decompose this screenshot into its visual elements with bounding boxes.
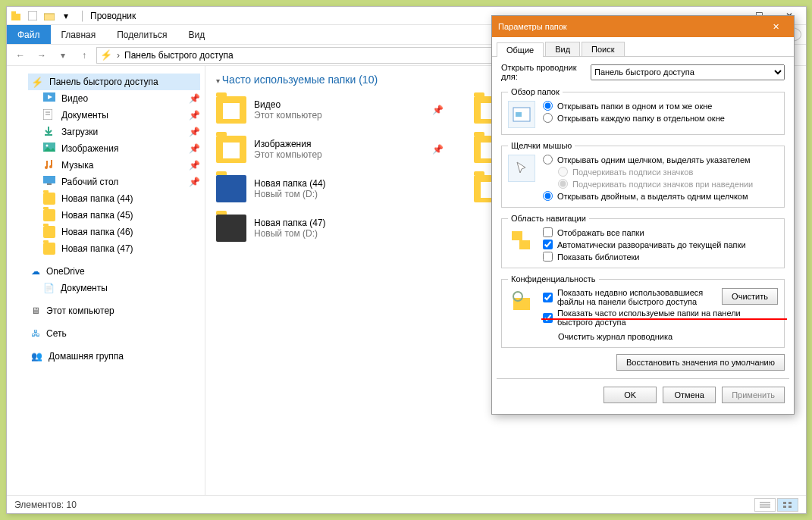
item-count: Элементов: 10: [14, 500, 77, 510]
tab-view[interactable]: Вид: [177, 25, 215, 44]
desktop-icon: [43, 176, 55, 188]
dialog-titlebar[interactable]: Параметры папок ✕: [492, 16, 794, 37]
restore-defaults-button[interactable]: Восстановить значения по умолчанию: [616, 354, 785, 371]
pc-icon: 🖥: [31, 305, 40, 316]
ok-button[interactable]: OK: [604, 387, 657, 403]
svg-rect-21: [783, 506, 786, 508]
sidebar-item-documents[interactable]: Документы📌: [28, 107, 200, 124]
svg-rect-19: [783, 502, 786, 504]
sidebar-homegroup[interactable]: 👥Домашняя группа: [28, 348, 200, 365]
pin-icon: 📌: [432, 105, 444, 115]
svg-rect-22: [788, 506, 792, 508]
folder-icon: [43, 209, 55, 221]
sidebar-onedrive[interactable]: ☁OneDrive: [28, 263, 200, 280]
svg-rect-14: [43, 176, 55, 183]
apply-button[interactable]: Применить: [722, 387, 785, 403]
browse-same-window-radio[interactable]: Открывать папки в одном и том же окне: [543, 101, 778, 111]
folder-icon: [43, 193, 55, 205]
recent-locations-icon[interactable]: ▾: [54, 47, 72, 64]
show-libraries-checkbox[interactable]: Показать библиотеки: [543, 252, 778, 262]
folder-entry[interactable]: Новая папка (44)Новый том (D:): [216, 172, 444, 205]
svg-rect-26: [519, 240, 530, 249]
pin-icon: 📌: [189, 93, 200, 104]
folder-entry[interactable]: ИзображенияЭтот компьютер📌: [216, 133, 444, 166]
cancel-button[interactable]: Отмена: [663, 387, 716, 403]
annotation-underline: [541, 318, 787, 320]
folder-icon: [43, 226, 55, 238]
sidebar-item-videos[interactable]: Видео📌: [28, 90, 200, 107]
svg-rect-1: [11, 11, 16, 14]
sidebar-item-downloads[interactable]: Загрузки📌: [28, 124, 200, 140]
qat-properties-icon[interactable]: [25, 8, 40, 23]
qat-newfolder-icon[interactable]: [42, 8, 57, 23]
breadcrumb-item[interactable]: Панель быстрого доступа: [124, 50, 234, 61]
sidebar-item-music[interactable]: Музыка📌: [28, 157, 200, 174]
up-button[interactable]: ↑: [75, 47, 93, 64]
dialog-tabs: Общие Вид Поиск: [492, 37, 794, 57]
view-details-button[interactable]: [754, 498, 776, 512]
show-recent-files-checkbox[interactable]: Показать недавно использовавшиеся файлы …: [543, 288, 717, 306]
sidebar-item-pictures[interactable]: Изображения📌: [28, 140, 200, 157]
pin-icon: 📌: [189, 177, 200, 187]
folder-thumb-icon: [216, 96, 246, 124]
underline-always-radio: Подчеркивать подписи значков: [543, 167, 778, 177]
lightning-icon: ⚡: [100, 49, 112, 61]
forward-button[interactable]: →: [33, 47, 51, 64]
chevron-right-icon: ›: [117, 50, 120, 61]
double-click-radio[interactable]: Открывать двойным, а выделять одним щелч…: [543, 191, 778, 201]
document-icon: 📄: [43, 283, 55, 293]
dialog-tab-general[interactable]: Общие: [497, 42, 544, 57]
pin-icon: 📌: [432, 144, 444, 155]
back-button[interactable]: ←: [11, 47, 30, 64]
dialog-close-button[interactable]: ✕: [763, 16, 788, 37]
folder-entry[interactable]: Новая папка (47)Новый том (D:): [216, 211, 444, 245]
auto-expand-checkbox[interactable]: Автоматически разворачивать до текущей п…: [543, 240, 778, 249]
tab-home[interactable]: Главная: [51, 25, 107, 44]
clear-button[interactable]: Очистить: [722, 288, 778, 305]
show-frequent-folders-checkbox[interactable]: Показать часто используемые папки на пан…: [543, 309, 778, 327]
file-menu[interactable]: Файл: [7, 25, 51, 44]
folder-icon: [43, 243, 55, 255]
sidebar: ⚡ Панель быстрого доступа Видео📌 Докумен…: [7, 66, 205, 495]
browse-new-window-radio[interactable]: Открывать каждую папку в отдельном окне: [543, 113, 778, 123]
single-click-radio[interactable]: Открывать одним щелчком, выделять указат…: [543, 155, 778, 164]
sidebar-item-folder[interactable]: Новая папка (44): [28, 190, 200, 207]
open-explorer-label: Открыть проводник для:: [501, 63, 585, 81]
section-heading: Часто используемые папки (10): [222, 74, 378, 86]
folder-entry[interactable]: ВидеоЭтот компьютер📌: [216, 93, 444, 127]
folder-thumb-icon: [216, 136, 246, 163]
svg-rect-2: [28, 11, 37, 20]
open-explorer-select[interactable]: Панель быстрого доступа: [591, 64, 785, 80]
sidebar-onedrive-docs[interactable]: 📄Документы: [28, 280, 200, 296]
sidebar-item-folder[interactable]: Новая папка (45): [28, 207, 200, 224]
window-title: Проводник: [90, 11, 136, 21]
qat-dropdown-icon[interactable]: ▾: [58, 8, 74, 23]
click-icon: [508, 155, 535, 182]
svg-rect-20: [788, 502, 792, 504]
folder-options-dialog: Параметры папок ✕ Общие Вид Поиск Открыт…: [491, 15, 795, 415]
clear-history-label: Очистить журнал проводника: [543, 332, 778, 341]
view-icons-button[interactable]: [777, 498, 798, 512]
app-icon: [8, 8, 24, 23]
privacy-fieldset: Конфиденциальность Показать недавно испо…: [501, 274, 785, 348]
sidebar-item-desktop[interactable]: Рабочий стол📌: [28, 174, 200, 190]
sidebar-network[interactable]: 🖧Сеть: [28, 325, 200, 342]
sidebar-this-pc[interactable]: 🖥Этот компьютер: [28, 302, 200, 319]
sidebar-item-folder[interactable]: Новая папка (47): [28, 240, 200, 257]
tab-share[interactable]: Поделиться: [106, 25, 177, 44]
dialog-footer: OK Отмена Применить: [492, 379, 794, 414]
network-icon: 🖧: [31, 328, 40, 339]
dialog-title: Параметры папок: [498, 22, 567, 31]
show-all-folders-checkbox[interactable]: Отображать все папки: [543, 227, 778, 237]
document-icon: [43, 109, 55, 121]
dialog-tab-view[interactable]: Вид: [545, 42, 580, 56]
svg-rect-0: [11, 14, 20, 20]
dialog-tab-search[interactable]: Поиск: [582, 42, 624, 56]
status-bar: Элементов: 10: [7, 495, 806, 513]
qat-separator: │: [75, 8, 90, 23]
svg-rect-24: [516, 112, 522, 117]
sidebar-item-folder[interactable]: Новая папка (46): [28, 224, 200, 240]
browse-fieldset: Обзор папок Открывать папки в одном и то…: [501, 87, 785, 135]
svg-rect-3: [44, 14, 55, 20]
sidebar-quick-access[interactable]: ⚡ Панель быстрого доступа: [28, 74, 200, 90]
